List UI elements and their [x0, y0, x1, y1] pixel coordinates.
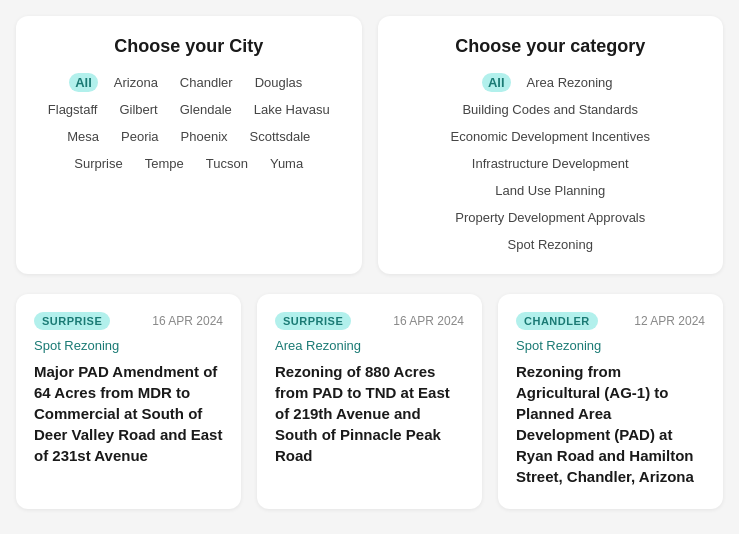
- card-date-2: 12 APR 2024: [634, 314, 705, 328]
- category-tag-cloud: AllArea RezoningBuilding Codes and Stand…: [402, 73, 700, 254]
- city-tag-phoenix[interactable]: Phoenix: [175, 127, 234, 146]
- city-tag-flagstaff[interactable]: Flagstaff: [42, 100, 104, 119]
- city-tag-all[interactable]: All: [69, 73, 98, 92]
- card-date-1: 16 APR 2024: [393, 314, 464, 328]
- category-panel: Choose your category AllArea RezoningBui…: [378, 16, 724, 274]
- card-badge-1: SURPRISE: [275, 312, 351, 330]
- city-tag-mesa[interactable]: Mesa: [61, 127, 105, 146]
- card-category-0: Spot Rezoning: [34, 338, 223, 353]
- city-tag-scottsdale[interactable]: Scottsdale: [244, 127, 317, 146]
- card-1[interactable]: SURPRISE 16 APR 2024 Area Rezoning Rezon…: [257, 294, 482, 509]
- city-tag-douglas[interactable]: Douglas: [249, 73, 309, 92]
- category-tag-infrastructure-development[interactable]: Infrastructure Development: [466, 154, 635, 173]
- city-tag-surprise[interactable]: Surprise: [68, 154, 128, 173]
- city-panel-title: Choose your City: [40, 36, 338, 57]
- card-header-1: SURPRISE 16 APR 2024: [275, 312, 464, 330]
- card-category-1: Area Rezoning: [275, 338, 464, 353]
- card-title-1: Rezoning of 880 Acres from PAD to TND at…: [275, 361, 464, 466]
- city-panel: Choose your City AllArizonaChandlerDougl…: [16, 16, 362, 274]
- city-tag-peoria[interactable]: Peoria: [115, 127, 165, 146]
- city-tag-tempe[interactable]: Tempe: [139, 154, 190, 173]
- category-tag-area-rezoning[interactable]: Area Rezoning: [521, 73, 619, 92]
- card-header-0: SURPRISE 16 APR 2024: [34, 312, 223, 330]
- city-tag-gilbert[interactable]: Gilbert: [113, 100, 163, 119]
- category-tag-spot-rezoning[interactable]: Spot Rezoning: [502, 235, 599, 254]
- category-tag-all[interactable]: All: [482, 73, 511, 92]
- city-tag-glendale[interactable]: Glendale: [174, 100, 238, 119]
- category-tag-building-codes-and-standards[interactable]: Building Codes and Standards: [456, 100, 644, 119]
- card-badge-2: CHANDLER: [516, 312, 598, 330]
- card-category-2: Spot Rezoning: [516, 338, 705, 353]
- card-date-0: 16 APR 2024: [152, 314, 223, 328]
- category-panel-title: Choose your category: [402, 36, 700, 57]
- card-title-0: Major PAD Amendment of 64 Acres from MDR…: [34, 361, 223, 466]
- card-title-2: Rezoning from Agricultural (AG-1) to Pla…: [516, 361, 705, 487]
- card-2[interactable]: CHANDLER 12 APR 2024 Spot Rezoning Rezon…: [498, 294, 723, 509]
- city-tag-chandler[interactable]: Chandler: [174, 73, 239, 92]
- card-badge-0: SURPRISE: [34, 312, 110, 330]
- city-tag-tucson[interactable]: Tucson: [200, 154, 254, 173]
- category-tag-economic-development-incentives[interactable]: Economic Development Incentives: [445, 127, 656, 146]
- cards-row: SURPRISE 16 APR 2024 Spot Rezoning Major…: [16, 294, 723, 509]
- category-tag-land-use-planning[interactable]: Land Use Planning: [489, 181, 611, 200]
- city-tag-yuma[interactable]: Yuma: [264, 154, 309, 173]
- card-header-2: CHANDLER 12 APR 2024: [516, 312, 705, 330]
- category-tag-property-development-approvals[interactable]: Property Development Approvals: [449, 208, 651, 227]
- city-tag-cloud: AllArizonaChandlerDouglasFlagstaffGilber…: [40, 73, 338, 173]
- card-0[interactable]: SURPRISE 16 APR 2024 Spot Rezoning Major…: [16, 294, 241, 509]
- city-tag-arizona[interactable]: Arizona: [108, 73, 164, 92]
- city-tag-lake-havasu[interactable]: Lake Havasu: [248, 100, 336, 119]
